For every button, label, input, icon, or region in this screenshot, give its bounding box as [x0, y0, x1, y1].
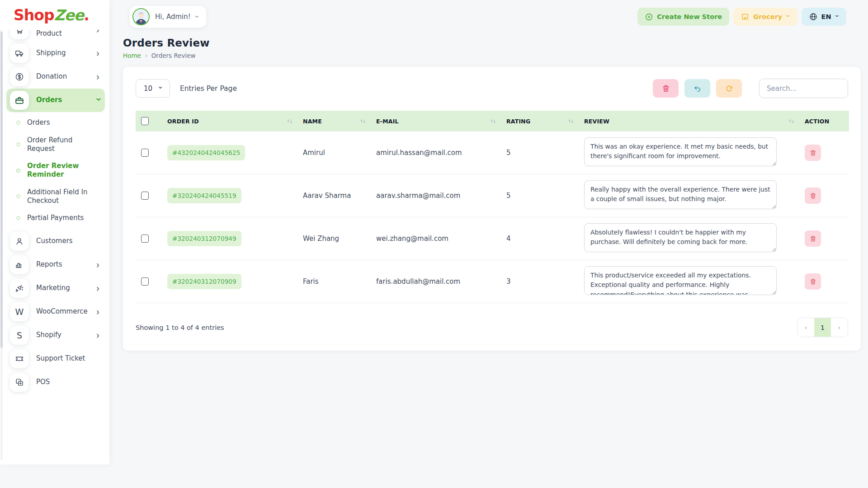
storefront-icon: [741, 12, 750, 21]
review-textarea[interactable]: This was an okay experience. It met my b…: [584, 137, 777, 166]
review-textarea[interactable]: This product/service exceeded all my exp…: [584, 266, 777, 295]
chevron-down-icon: ›: [93, 98, 104, 103]
sidebar-item-marketing[interactable]: Marketing ›: [6, 277, 105, 300]
delete-row-button[interactable]: [805, 188, 821, 204]
chevron-right-icon: ›: [96, 329, 101, 341]
delete-row-button[interactable]: [805, 230, 821, 247]
plus-circle-icon: [645, 13, 653, 21]
user-icon: [10, 232, 29, 251]
bullet-icon: [16, 169, 20, 173]
sidebar-nav: Digital Product Auction Product › Shippi…: [0, 0, 109, 403]
orders-review-table: ORDER ID↑↓ NAME↑↓ E-MAIL↑↓ RATING↑↓ REVI…: [136, 111, 849, 303]
orders-submenu: Orders Order Refund Request Order Review…: [6, 112, 105, 230]
bar-chart-icon: [10, 255, 29, 274]
chevron-right-icon: ›: [96, 71, 101, 83]
w-letter-icon: W: [10, 302, 29, 321]
rating-value: 3: [501, 260, 579, 303]
chevron-right-icon: ›: [96, 259, 101, 271]
refresh-icon: [725, 84, 734, 93]
chevron-down-icon: ›: [833, 14, 842, 19]
table-row: #320240424045519 Aarav Sharma aarav.shar…: [136, 174, 849, 217]
sidebar-item-pos[interactable]: POS: [6, 371, 105, 394]
sidebar-item-shipping[interactable]: Shipping ›: [6, 42, 105, 65]
ticket-icon: [10, 349, 29, 368]
breadcrumb-current: Orders Review: [151, 52, 196, 59]
trash-icon: [661, 84, 670, 93]
create-new-store-button[interactable]: Create New Store: [637, 8, 729, 26]
sidebar-item-customers[interactable]: Customers: [6, 230, 105, 253]
customer-email: amirul.hassan@mail.com: [371, 131, 501, 174]
trash-icon: [809, 278, 817, 286]
refresh-button[interactable]: [716, 79, 742, 98]
language-selector-button[interactable]: EN ›: [802, 8, 846, 26]
sort-icon[interactable]: ↑↓: [490, 119, 495, 124]
trash-icon: [809, 235, 817, 243]
review-textarea[interactable]: Absolutely flawless! I couldn't be happi…: [584, 223, 777, 252]
showing-entries-text: Showing 1 to 4 of 4 entries: [136, 324, 224, 331]
entries-per-page-select[interactable]: 10 ›: [136, 79, 170, 98]
sort-icon[interactable]: ↑↓: [286, 119, 292, 124]
sidebar-item-donation[interactable]: Donation ›: [6, 65, 105, 89]
orders-review-card: 10 › Entries Per Page: [123, 67, 861, 351]
table-header-row: ORDER ID↑↓ NAME↑↓ E-MAIL↑↓ RATING↑↓ REVI…: [136, 111, 849, 131]
search-input[interactable]: [759, 79, 848, 98]
row-checkbox[interactable]: [141, 149, 149, 157]
submenu-item-order-review-reminder[interactable]: Order Review Reminder: [6, 157, 83, 183]
sidebar-scrollbar[interactable]: [0, 30, 3, 460]
trash-icon: [809, 149, 817, 157]
sidebar-item-woocommerce[interactable]: W WooCommerce ›: [6, 300, 105, 324]
bulk-delete-button[interactable]: [653, 79, 679, 98]
customer-name: Amirul: [297, 131, 371, 174]
submenu-item-additional-field-in-checkout[interactable]: Additional Field In Checkout: [6, 183, 92, 210]
bullet-icon: [16, 142, 20, 146]
pagination: ‹ 1 ›: [797, 318, 848, 337]
chevron-right-icon: ›: [96, 306, 101, 318]
customer-name: Faris: [297, 260, 371, 303]
sidebar-item-orders[interactable]: Orders ›: [6, 89, 105, 112]
sort-icon[interactable]: ↑↓: [359, 119, 365, 124]
submenu-item-order-refund-request[interactable]: Order Refund Request: [6, 131, 105, 158]
chevron-right-icon: ›: [96, 47, 101, 59]
bullet-icon: [16, 216, 20, 220]
globe-icon: [809, 12, 818, 21]
donation-icon: [10, 67, 29, 86]
customer-name: Wei Zhang: [297, 217, 371, 260]
row-checkbox[interactable]: [141, 277, 149, 286]
store-selector-button[interactable]: Grocery ›: [733, 8, 797, 26]
customer-email: faris.abdullah@mail.com: [371, 260, 501, 303]
select-all-checkbox[interactable]: [141, 117, 149, 125]
row-checkbox[interactable]: [141, 235, 149, 243]
chevron-down-icon: ›: [783, 14, 793, 19]
order-id-badge[interactable]: #320240312070949: [167, 231, 241, 246]
page-title: Orders Review: [123, 37, 846, 49]
customer-email: wei.zhang@mail.com: [371, 217, 501, 260]
sidebar: Digital Product Auction Product › Shippi…: [0, 0, 109, 465]
delete-row-button[interactable]: [805, 273, 821, 290]
submenu-item-partial-payments[interactable]: Partial Payments: [6, 209, 105, 227]
current-page-button[interactable]: 1: [814, 318, 831, 337]
prev-page-button[interactable]: ‹: [797, 318, 814, 337]
page-head: Orders Review Home › Orders Review: [109, 33, 868, 59]
sort-icon[interactable]: ↑↓: [567, 119, 573, 124]
row-checkbox[interactable]: [141, 192, 149, 200]
next-page-button[interactable]: ›: [831, 318, 848, 337]
sidebar-item-shopify[interactable]: S Shopify ›: [6, 324, 105, 347]
order-id-badge[interactable]: #320240424045519: [167, 188, 241, 203]
undo-button[interactable]: [684, 79, 710, 98]
review-textarea[interactable]: Really happy with the overall experience…: [584, 180, 777, 209]
chevron-right-icon: ›: [145, 52, 147, 60]
trash-icon: [809, 192, 817, 200]
table-row: #320240312070909 Faris faris.abdullah@ma…: [136, 260, 849, 303]
order-id-badge[interactable]: #4320240424045625: [167, 145, 245, 160]
sidebar-item-support-ticket[interactable]: Support Ticket: [6, 347, 105, 371]
rating-value: 5: [501, 131, 579, 174]
logo[interactable]: ShopZee.: [0, 0, 109, 30]
order-id-badge[interactable]: #320240312070909: [167, 274, 241, 289]
delete-row-button[interactable]: [805, 145, 821, 161]
sidebar-item-reports[interactable]: Reports ›: [6, 253, 105, 277]
sort-icon[interactable]: ↑↓: [788, 119, 794, 124]
submenu-item-orders[interactable]: Orders: [6, 114, 105, 131]
user-menu[interactable]: Hi, Admin! ›: [129, 5, 207, 28]
breadcrumb-home-link[interactable]: Home: [123, 52, 141, 59]
undo-icon: [693, 84, 702, 93]
